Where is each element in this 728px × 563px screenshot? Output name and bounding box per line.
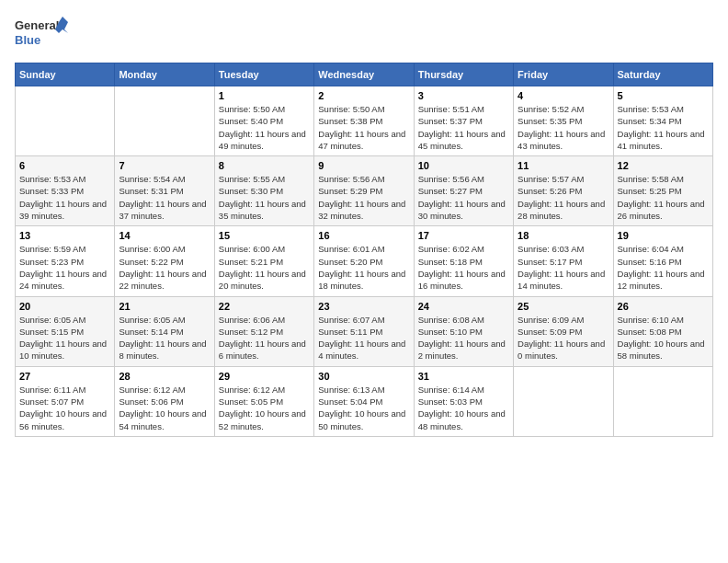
calendar-cell: 9Sunrise: 5:56 AM Sunset: 5:29 PM Daylig… <box>314 156 414 226</box>
day-info: Sunrise: 6:04 AM Sunset: 5:16 PM Dayligh… <box>618 243 709 292</box>
day-info: Sunrise: 6:07 AM Sunset: 5:11 PM Dayligh… <box>318 314 409 362</box>
calendar-week-2: 6Sunrise: 5:53 AM Sunset: 5:33 PM Daylig… <box>16 156 713 226</box>
day-number: 25 <box>518 301 609 312</box>
calendar-cell: 17Sunrise: 6:02 AM Sunset: 5:18 PM Dayli… <box>414 226 513 296</box>
calendar-cell: 3Sunrise: 5:51 AM Sunset: 5:37 PM Daylig… <box>414 86 513 156</box>
calendar-cell: 7Sunrise: 5:54 AM Sunset: 5:31 PM Daylig… <box>115 156 214 226</box>
calendar-cell: 23Sunrise: 6:07 AM Sunset: 5:11 PM Dayli… <box>314 296 414 366</box>
calendar-cell: 15Sunrise: 6:00 AM Sunset: 5:21 PM Dayli… <box>214 226 313 296</box>
day-number: 2 <box>318 90 409 101</box>
day-header-tuesday: Tuesday <box>214 63 313 86</box>
calendar-cell <box>16 86 115 156</box>
day-number: 18 <box>518 230 609 241</box>
calendar-week-1: 1Sunrise: 5:50 AM Sunset: 5:40 PM Daylig… <box>16 86 713 156</box>
day-number: 6 <box>19 160 110 171</box>
day-number: 29 <box>219 371 310 382</box>
day-header-sunday: Sunday <box>16 63 115 86</box>
calendar-cell: 20Sunrise: 6:05 AM Sunset: 5:15 PM Dayli… <box>16 296 115 366</box>
day-number: 9 <box>318 160 409 171</box>
svg-text:General: General <box>15 18 59 32</box>
day-info: Sunrise: 6:03 AM Sunset: 5:17 PM Dayligh… <box>518 243 609 292</box>
calendar-cell: 1Sunrise: 5:50 AM Sunset: 5:40 PM Daylig… <box>214 86 313 156</box>
calendar-header-row: SundayMondayTuesdayWednesdayThursdayFrid… <box>16 63 713 86</box>
day-info: Sunrise: 6:13 AM Sunset: 5:04 PM Dayligh… <box>318 384 409 432</box>
day-number: 11 <box>518 160 609 171</box>
calendar-cell: 26Sunrise: 6:10 AM Sunset: 5:08 PM Dayli… <box>613 296 712 366</box>
day-header-monday: Monday <box>115 63 214 86</box>
day-info: Sunrise: 6:05 AM Sunset: 5:14 PM Dayligh… <box>119 314 210 362</box>
day-number: 28 <box>119 371 210 382</box>
day-info: Sunrise: 6:08 AM Sunset: 5:10 PM Dayligh… <box>418 314 509 362</box>
day-info: Sunrise: 6:12 AM Sunset: 5:06 PM Dayligh… <box>119 384 210 432</box>
day-info: Sunrise: 6:11 AM Sunset: 5:07 PM Dayligh… <box>19 384 110 432</box>
calendar-cell <box>613 366 712 436</box>
day-number: 24 <box>418 301 509 312</box>
calendar-cell: 14Sunrise: 6:00 AM Sunset: 5:22 PM Dayli… <box>115 226 214 296</box>
day-number: 26 <box>618 301 709 312</box>
day-info: Sunrise: 5:50 AM Sunset: 5:40 PM Dayligh… <box>219 103 310 152</box>
calendar-cell: 27Sunrise: 6:11 AM Sunset: 5:07 PM Dayli… <box>16 366 115 436</box>
day-number: 13 <box>19 230 110 241</box>
day-header-thursday: Thursday <box>414 63 513 86</box>
day-info: Sunrise: 6:05 AM Sunset: 5:15 PM Dayligh… <box>19 314 110 362</box>
calendar-cell: 18Sunrise: 6:03 AM Sunset: 5:17 PM Dayli… <box>514 226 613 296</box>
day-number: 23 <box>318 301 409 312</box>
day-number: 22 <box>219 301 310 312</box>
calendar-cell <box>115 86 214 156</box>
calendar-week-5: 27Sunrise: 6:11 AM Sunset: 5:07 PM Dayli… <box>16 366 713 436</box>
svg-text:Blue: Blue <box>15 33 40 47</box>
calendar-cell: 5Sunrise: 5:53 AM Sunset: 5:34 PM Daylig… <box>613 86 712 156</box>
day-number: 4 <box>518 90 609 101</box>
calendar-cell: 25Sunrise: 6:09 AM Sunset: 5:09 PM Dayli… <box>514 296 613 366</box>
day-info: Sunrise: 5:52 AM Sunset: 5:35 PM Dayligh… <box>518 103 609 152</box>
day-info: Sunrise: 5:55 AM Sunset: 5:30 PM Dayligh… <box>219 173 310 222</box>
day-number: 10 <box>418 160 509 171</box>
day-info: Sunrise: 6:02 AM Sunset: 5:18 PM Dayligh… <box>418 243 509 292</box>
calendar-cell: 19Sunrise: 6:04 AM Sunset: 5:16 PM Dayli… <box>613 226 712 296</box>
calendar-cell: 12Sunrise: 5:58 AM Sunset: 5:25 PM Dayli… <box>613 156 712 226</box>
calendar-cell: 2Sunrise: 5:50 AM Sunset: 5:38 PM Daylig… <box>314 86 414 156</box>
header: General Blue <box>15 15 713 55</box>
calendar-cell: 29Sunrise: 6:12 AM Sunset: 5:05 PM Dayli… <box>214 366 313 436</box>
day-number: 3 <box>418 90 509 101</box>
calendar-cell: 11Sunrise: 5:57 AM Sunset: 5:26 PM Dayli… <box>514 156 613 226</box>
day-info: Sunrise: 5:56 AM Sunset: 5:27 PM Dayligh… <box>418 173 509 222</box>
calendar-cell: 24Sunrise: 6:08 AM Sunset: 5:10 PM Dayli… <box>414 296 513 366</box>
calendar-cell: 30Sunrise: 6:13 AM Sunset: 5:04 PM Dayli… <box>314 366 414 436</box>
logo: General Blue <box>15 15 70 55</box>
day-info: Sunrise: 5:53 AM Sunset: 5:34 PM Dayligh… <box>618 103 709 152</box>
calendar-cell: 21Sunrise: 6:05 AM Sunset: 5:14 PM Dayli… <box>115 296 214 366</box>
day-info: Sunrise: 5:51 AM Sunset: 5:37 PM Dayligh… <box>418 103 509 152</box>
calendar-cell: 28Sunrise: 6:12 AM Sunset: 5:06 PM Dayli… <box>115 366 214 436</box>
day-info: Sunrise: 6:00 AM Sunset: 5:21 PM Dayligh… <box>219 243 310 292</box>
day-info: Sunrise: 5:56 AM Sunset: 5:29 PM Dayligh… <box>318 173 409 222</box>
calendar-cell: 13Sunrise: 5:59 AM Sunset: 5:23 PM Dayli… <box>16 226 115 296</box>
day-number: 30 <box>318 371 409 382</box>
day-number: 15 <box>219 230 310 241</box>
day-number: 20 <box>19 301 110 312</box>
day-info: Sunrise: 6:01 AM Sunset: 5:20 PM Dayligh… <box>318 243 409 292</box>
day-info: Sunrise: 5:53 AM Sunset: 5:33 PM Dayligh… <box>19 173 110 222</box>
day-info: Sunrise: 6:12 AM Sunset: 5:05 PM Dayligh… <box>219 384 310 432</box>
day-info: Sunrise: 6:10 AM Sunset: 5:08 PM Dayligh… <box>618 314 709 362</box>
calendar-week-4: 20Sunrise: 6:05 AM Sunset: 5:15 PM Dayli… <box>16 296 713 366</box>
day-number: 27 <box>19 371 110 382</box>
day-info: Sunrise: 5:50 AM Sunset: 5:38 PM Dayligh… <box>318 103 409 152</box>
day-number: 5 <box>618 90 709 101</box>
day-info: Sunrise: 5:59 AM Sunset: 5:23 PM Dayligh… <box>19 243 110 292</box>
calendar-cell: 6Sunrise: 5:53 AM Sunset: 5:33 PM Daylig… <box>16 156 115 226</box>
day-number: 7 <box>119 160 210 171</box>
day-info: Sunrise: 5:58 AM Sunset: 5:25 PM Dayligh… <box>618 173 709 222</box>
calendar-table: SundayMondayTuesdayWednesdayThursdayFrid… <box>15 63 713 437</box>
day-info: Sunrise: 6:14 AM Sunset: 5:03 PM Dayligh… <box>418 384 509 432</box>
calendar-week-3: 13Sunrise: 5:59 AM Sunset: 5:23 PM Dayli… <box>16 226 713 296</box>
calendar-cell: 10Sunrise: 5:56 AM Sunset: 5:27 PM Dayli… <box>414 156 513 226</box>
day-number: 17 <box>418 230 509 241</box>
calendar-cell: 31Sunrise: 6:14 AM Sunset: 5:03 PM Dayli… <box>414 366 513 436</box>
calendar-cell: 22Sunrise: 6:06 AM Sunset: 5:12 PM Dayli… <box>214 296 313 366</box>
day-number: 21 <box>119 301 210 312</box>
day-header-wednesday: Wednesday <box>314 63 414 86</box>
day-info: Sunrise: 5:54 AM Sunset: 5:31 PM Dayligh… <box>119 173 210 222</box>
day-number: 14 <box>119 230 210 241</box>
calendar-cell: 16Sunrise: 6:01 AM Sunset: 5:20 PM Dayli… <box>314 226 414 296</box>
